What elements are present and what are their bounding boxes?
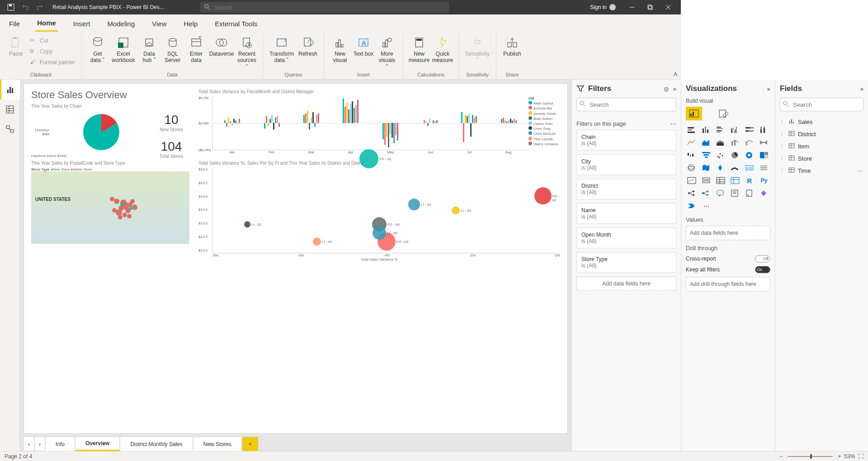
publish-icon bbox=[505, 35, 519, 50]
maximize-button[interactable] bbox=[641, 0, 659, 14]
sql-icon bbox=[165, 35, 180, 50]
new-stores-card-value: 10 bbox=[153, 113, 189, 127]
filter-card-store-type[interactable]: Store Typeis (All) bbox=[576, 252, 676, 273]
filters-search-input[interactable] bbox=[576, 98, 676, 111]
more-visuals-icon bbox=[380, 35, 394, 50]
tab-external-tools[interactable]: External Tools bbox=[213, 16, 259, 31]
text-box-button[interactable]: AText box bbox=[352, 34, 375, 58]
get-data-icon bbox=[90, 35, 105, 50]
tab-view[interactable]: View bbox=[150, 16, 168, 31]
excel-button[interactable]: Excel workbook bbox=[110, 34, 137, 65]
new-measure-button[interactable]: New measure bbox=[408, 34, 430, 65]
get-data-button[interactable]: Get data ˅ bbox=[86, 34, 109, 65]
minimize-button[interactable] bbox=[623, 0, 641, 14]
svg-point-23 bbox=[246, 43, 251, 48]
svg-rect-28 bbox=[341, 44, 343, 47]
cut-icon: ✂ bbox=[30, 37, 37, 44]
format-painter-button[interactable]: 🖌Format painter bbox=[28, 58, 77, 67]
map-visual[interactable]: This Year Sales by PostalCode and Store … bbox=[31, 161, 189, 261]
tab-home[interactable]: Home bbox=[35, 15, 58, 32]
svg-point-57 bbox=[125, 208, 131, 213]
bubble-LI-05 bbox=[373, 226, 386, 240]
collapse-ribbon-button[interactable]: ᐱ bbox=[674, 71, 677, 77]
svg-point-62 bbox=[127, 214, 132, 219]
eye-icon[interactable]: ◎ bbox=[664, 86, 669, 92]
redo-icon[interactable] bbox=[34, 2, 45, 13]
svg-rect-24 bbox=[277, 39, 286, 46]
svg-rect-42 bbox=[6, 106, 14, 113]
filter-card-open-month[interactable]: Open Monthis (All) bbox=[576, 228, 676, 248]
refresh-icon bbox=[301, 35, 315, 50]
more-icon[interactable]: ⋯ bbox=[670, 120, 676, 127]
svg-rect-32 bbox=[386, 40, 387, 47]
svg-point-15 bbox=[146, 43, 152, 46]
svg-rect-29 bbox=[359, 39, 368, 46]
svg-point-51 bbox=[120, 200, 127, 206]
filter-value: is (All) bbox=[581, 214, 671, 220]
data-group-label: Data bbox=[167, 71, 177, 78]
svg-point-21 bbox=[220, 39, 227, 46]
undo-icon[interactable] bbox=[20, 2, 31, 13]
filter-card-city[interactable]: Cityis (All) bbox=[576, 154, 676, 175]
copy-icon: ⧉ bbox=[30, 48, 37, 55]
pie-visual[interactable]: This Year Sales by Chain Lindseys $6M Fa… bbox=[31, 104, 149, 159]
tab-modeling[interactable]: Modeling bbox=[105, 16, 137, 31]
svg-rect-31 bbox=[383, 43, 385, 47]
copy-button[interactable]: ⧉Copy bbox=[28, 47, 77, 56]
filter-card-chain[interactable]: Chainis (All) bbox=[576, 130, 676, 151]
svg-line-8 bbox=[666, 5, 670, 10]
svg-rect-41 bbox=[12, 88, 13, 93]
quick-measure-button[interactable]: Quick measure bbox=[431, 34, 454, 65]
bubble-FD-01 bbox=[359, 149, 378, 168]
card-visuals[interactable]: 10 New Stores 104 Total Stores bbox=[153, 104, 189, 159]
save-icon[interactable] bbox=[5, 2, 16, 13]
model-view-button[interactable] bbox=[0, 119, 20, 139]
paste-button[interactable]: Paste bbox=[5, 34, 27, 58]
svg-text:+: + bbox=[198, 36, 202, 40]
bubble-visual[interactable]: Total Sales Variance %, Sales Per Sq Ft … bbox=[198, 161, 560, 261]
collapse-filters-button[interactable]: » bbox=[673, 86, 676, 92]
new-visual-icon bbox=[333, 35, 347, 50]
transform-data-button[interactable]: Transform data ˅ bbox=[268, 34, 296, 65]
new-visual-button[interactable]: New visual bbox=[329, 34, 351, 65]
svg-rect-5 bbox=[648, 5, 651, 9]
filter-icon bbox=[576, 85, 585, 93]
more-visuals-button[interactable]: More visuals ˅ bbox=[376, 34, 398, 71]
filter-name: Name bbox=[581, 207, 671, 214]
data-view-button[interactable] bbox=[0, 100, 20, 119]
svg-point-16 bbox=[169, 38, 176, 41]
close-button[interactable] bbox=[659, 0, 677, 14]
report-view-button[interactable] bbox=[0, 80, 20, 100]
enter-data-button[interactable]: +Enter data bbox=[185, 34, 208, 65]
svg-rect-35 bbox=[416, 39, 422, 41]
recent-sources-button[interactable]: Recent sources ˅ bbox=[236, 34, 258, 71]
svg-line-7 bbox=[666, 5, 670, 10]
sensitivity-button[interactable]: Sensitivity˅ bbox=[463, 34, 491, 65]
filter-name: Open Month bbox=[581, 232, 671, 238]
svg-rect-6 bbox=[649, 6, 652, 10]
tab-file[interactable]: File bbox=[7, 16, 22, 31]
publish-button[interactable]: Publish bbox=[501, 34, 524, 58]
filter-name: District bbox=[581, 183, 671, 189]
signin-button[interactable]: Sign in bbox=[590, 4, 616, 10]
sql-server-button[interactable]: SQL Server bbox=[161, 34, 184, 65]
filter-value: is (All) bbox=[581, 262, 671, 269]
filter-card-district[interactable]: Districtis (All) bbox=[576, 179, 676, 200]
svg-rect-39 bbox=[7, 90, 9, 93]
filter-card-name[interactable]: Nameis (All) bbox=[576, 203, 676, 224]
bubble-LI-01 bbox=[244, 221, 250, 228]
bubble-LI-02 bbox=[408, 199, 420, 210]
report-canvas[interactable]: Store Sales Overview This Year Sales by … bbox=[20, 80, 571, 362]
filters-dropzone[interactable]: Add data fields here bbox=[576, 276, 676, 291]
bar-visual[interactable]: Total Sales Variance by FiscalMonth and … bbox=[198, 89, 560, 159]
global-search-input[interactable] bbox=[200, 2, 449, 13]
transform-icon bbox=[274, 35, 289, 50]
tab-insert[interactable]: Insert bbox=[71, 16, 92, 31]
refresh-button[interactable]: Refresh bbox=[297, 34, 319, 58]
cut-button[interactable]: ✂Cut bbox=[28, 36, 77, 45]
report-page[interactable]: Store Sales Overview This Year Sales by … bbox=[24, 83, 568, 362]
data-hub-button[interactable]: Data hub ˅ bbox=[138, 34, 160, 65]
tab-help[interactable]: Help bbox=[182, 16, 200, 31]
menubar: File Home Insert Modeling View Help Exte… bbox=[0, 14, 681, 33]
dataverse-button[interactable]: Dataverse bbox=[208, 34, 235, 58]
